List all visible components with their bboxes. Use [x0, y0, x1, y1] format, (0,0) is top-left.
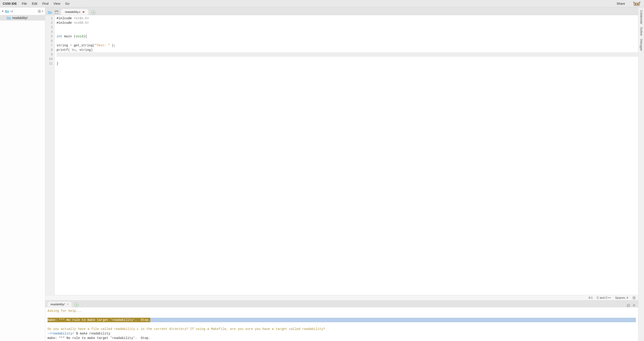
- svg-point-14: [633, 297, 635, 299]
- svg-line-21: [635, 297, 636, 297]
- panel-debugger[interactable]: Debugger: [640, 38, 643, 51]
- terminal-tab-label: readability/: [50, 303, 65, 306]
- terminal-popout-icon[interactable]: [627, 304, 630, 307]
- sidebar-settings-gear-icon[interactable]: ▼: [38, 9, 44, 13]
- terminal-pane: readability/ × + Asking for help... make…: [45, 300, 638, 341]
- line-number-gutter: 1234567891011: [45, 15, 55, 295]
- window-mode-icon[interactable]: [54, 9, 59, 15]
- folder-icon: [5, 10, 9, 13]
- tree-node-label: readability/: [12, 16, 28, 20]
- svg-marker-0: [633, 1, 640, 6]
- menu-view[interactable]: View: [54, 2, 60, 5]
- terminal-tab-active[interactable]: readability/ ×: [47, 301, 72, 307]
- svg-rect-23: [627, 305, 629, 307]
- svg-rect-13: [55, 11, 58, 11]
- svg-line-20: [635, 299, 636, 299]
- menu-find[interactable]: Find: [42, 2, 48, 5]
- menu-edit[interactable]: Edit: [32, 2, 37, 5]
- svg-line-11: [38, 12, 38, 13]
- menu-go[interactable]: Go: [65, 2, 70, 5]
- new-tab-button[interactable]: +: [91, 10, 96, 15]
- sidebar-header: ▼ ~/ ▼: [0, 7, 45, 15]
- terminal-tab-bar: readability/ × +: [45, 301, 638, 307]
- scratch-cat-icon[interactable]: [632, 0, 641, 7]
- svg-point-3: [39, 11, 40, 12]
- terminal-output[interactable]: Asking for help... make: *** No rule to …: [45, 307, 638, 341]
- terminal-close-icon[interactable]: [633, 304, 636, 307]
- new-terminal-tab-button[interactable]: +: [74, 303, 79, 307]
- indentation[interactable]: Spaces: 4: [615, 296, 628, 299]
- editor-tab-bar: readability.c +: [45, 7, 638, 15]
- svg-point-2: [638, 3, 638, 4]
- menu-bar: CS50 IDE File Edit Find View Go Share: [0, 0, 644, 7]
- file-tree-sidebar: ▼ ~/ ▼ readability/: [0, 7, 45, 341]
- svg-line-22: [633, 299, 633, 299]
- svg-line-8: [38, 10, 38, 10]
- tree-node-readability[interactable]: readability/: [0, 15, 45, 20]
- svg-line-9: [40, 12, 41, 13]
- cursor-position[interactable]: 9:1: [588, 296, 593, 299]
- terminal-tab-close-icon[interactable]: ×: [67, 303, 69, 306]
- app-brand[interactable]: CS50 IDE: [3, 2, 17, 5]
- unsaved-indicator-icon: [82, 11, 84, 13]
- svg-point-1: [635, 3, 636, 4]
- code-editor[interactable]: 1234567891011 #inlcude <stdo.h>#inlcude …: [45, 15, 638, 295]
- language-mode[interactable]: C and C++: [597, 296, 611, 299]
- editor-status-bar: 9:1 C and C++ Spaces: 4: [45, 295, 638, 300]
- main-area: ▼ ~/ ▼ readability/: [0, 7, 644, 341]
- editor-settings-gear-icon[interactable]: [632, 296, 636, 300]
- share-button[interactable]: Share: [616, 2, 625, 5]
- svg-line-10: [40, 10, 41, 10]
- code-content[interactable]: #inlcude <stdo.h>#inlcude <cs50.h> int m…: [55, 15, 638, 295]
- svg-line-19: [633, 297, 633, 297]
- tree-disclosure-icon[interactable]: ▼: [1, 10, 4, 12]
- root-folder-label[interactable]: ~/: [10, 9, 13, 13]
- open-folder-icon[interactable]: [47, 9, 52, 15]
- editor-tab-active[interactable]: readability.c: [61, 8, 89, 15]
- editor-tab-label: readability.c: [65, 10, 80, 13]
- editor-column: readability.c + 1234567891011 #inlcude <…: [45, 7, 638, 341]
- right-side-panels: Collaborate Outline Debugger: [638, 7, 644, 341]
- menu-file[interactable]: File: [22, 2, 27, 5]
- panel-outline[interactable]: Outline: [640, 27, 643, 36]
- folder-icon: [7, 16, 11, 19]
- svg-rect-24: [628, 304, 630, 306]
- panel-collaborate[interactable]: Collaborate: [640, 10, 643, 24]
